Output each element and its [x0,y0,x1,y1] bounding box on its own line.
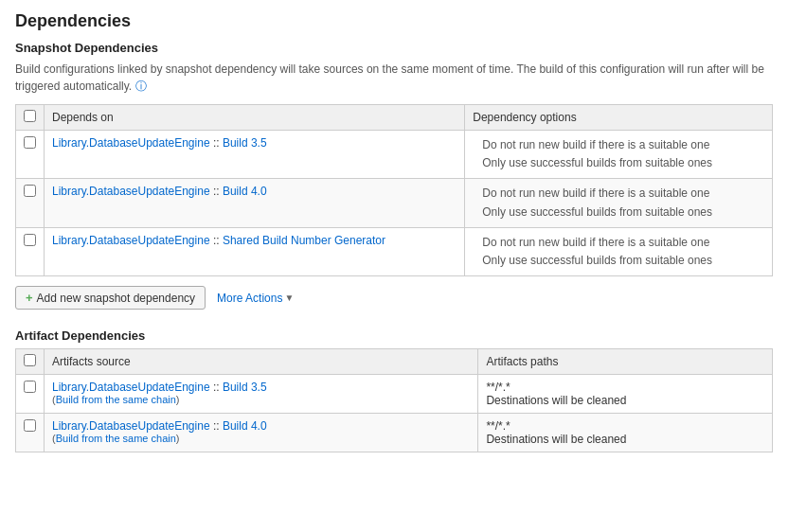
snapshot-table: Depends on Dependency options Library.Da… [15,104,773,276]
snapshot-table-row: Library.DatabaseUpdateEngine :: Shared B… [16,227,773,275]
artifact-section-title: Artifact Dependencies [15,328,773,343]
artifact-table: Artifacts source Artifacts paths Library… [15,348,773,452]
artifact-row-checkbox[interactable] [24,381,36,393]
snapshot-row-depends-on: Library.DatabaseUpdateEngine :: Shared B… [45,227,465,275]
snapshot-dep-base-link[interactable]: Library.DatabaseUpdateEngine [52,136,210,150]
artifact-row-paths: **/*.* Destinations will be cleaned [478,414,773,452]
snapshot-col-options: Dependency options [465,105,773,131]
snapshot-dep-sub-link[interactable]: Build 4.0 [223,185,267,198]
artifact-row-source: Library.DatabaseUpdateEngine :: Build 3.… [45,375,478,414]
artifact-source-main: Library.DatabaseUpdateEngine :: Build 4.… [52,419,470,433]
more-actions-link[interactable]: More Actions ▼ [217,292,294,305]
snapshot-col-checkbox [16,105,45,131]
snapshot-dep-separator: :: [213,136,223,150]
artifact-dep-sub-link[interactable]: Build 4.0 [223,419,267,433]
snapshot-dep-base-link[interactable]: Library.DatabaseUpdateEngine [52,185,210,198]
artifact-col-paths: Artifacts paths [478,349,773,375]
artifact-paths-note: Destinations will be cleaned [486,433,764,446]
snapshot-row-options: Do not run new build if there is a suita… [465,131,773,179]
add-snapshot-label: Add new snapshot dependency [37,292,195,305]
plus-icon: + [26,291,33,305]
snapshot-row-options: Do not run new build if there is a suita… [465,227,773,275]
artifact-paths-value: **/*.* [486,381,764,394]
artifact-dep-sub-link[interactable]: Build 3.5 [223,381,267,394]
artifact-row-paths: **/*.* Destinations will be cleaned [478,375,773,414]
snapshot-dep-sub-link[interactable]: Build 3.5 [223,136,267,150]
snapshot-description: Build configurations linked by snapshot … [15,61,773,95]
artifact-table-row: Library.DatabaseUpdateEngine :: Build 4.… [16,414,773,452]
add-snapshot-button[interactable]: + Add new snapshot dependency [15,286,206,310]
snapshot-dep-separator: :: [213,185,223,198]
snapshot-dep-options: Do not run new build if there is a suita… [473,185,764,221]
artifact-dep-separator: :: [213,419,223,433]
snapshot-row-checkbox[interactable] [24,234,36,246]
artifact-dep-base-link[interactable]: Library.DatabaseUpdateEngine [52,381,210,394]
snapshot-actions-bar: + Add new snapshot dependency More Actio… [15,286,773,310]
artifact-row-checkbox-cell [16,414,45,452]
snapshot-table-row: Library.DatabaseUpdateEngine :: Build 3.… [16,131,773,179]
artifact-chain-link[interactable]: Build from the same chain [56,394,176,405]
snapshot-select-all-checkbox[interactable] [24,110,36,122]
artifact-dep-base-link[interactable]: Library.DatabaseUpdateEngine [52,419,210,433]
artifact-paths-value: **/*.* [486,419,764,433]
snapshot-row-depends-on: Library.DatabaseUpdateEngine :: Build 4.… [45,179,465,227]
artifact-col-source: Artifacts source [45,349,478,375]
artifact-source-main: Library.DatabaseUpdateEngine :: Build 3.… [52,381,470,394]
snapshot-row-depends-on: Library.DatabaseUpdateEngine :: Build 3.… [45,131,465,179]
artifact-table-row: Library.DatabaseUpdateEngine :: Build 3.… [16,375,773,414]
snapshot-row-checkbox[interactable] [24,185,36,197]
snapshot-row-checkbox-cell [16,227,45,275]
snapshot-dep-option2: Only use successful builds from suitable… [473,204,764,222]
artifact-dep-separator: :: [213,381,223,394]
artifact-row-checkbox-cell [16,375,45,414]
snapshot-dep-option1: Do not run new build if there is a suita… [473,234,764,252]
snapshot-row-checkbox-cell [16,131,45,179]
snapshot-dep-base-link[interactable]: Library.DatabaseUpdateEngine [52,234,210,247]
snapshot-dep-option2: Only use successful builds from suitable… [473,154,764,172]
artifact-row-checkbox[interactable] [24,419,36,432]
snapshot-dep-option1: Do not run new build if there is a suita… [473,136,764,154]
snapshot-table-row: Library.DatabaseUpdateEngine :: Build 4.… [16,179,773,227]
snapshot-row-options: Do not run new build if there is a suita… [465,179,773,227]
snapshot-section-title: Snapshot Dependencies [15,41,773,55]
snapshot-dep-options: Do not run new build if there is a suita… [473,234,764,270]
snapshot-row-checkbox[interactable] [24,136,36,149]
artifact-paths-note: Destinations will be cleaned [486,394,764,407]
artifact-select-all-checkbox[interactable] [24,354,36,366]
snapshot-row-checkbox-cell [16,179,45,227]
artifact-source-sub: (Build from the same chain) [52,433,470,444]
artifact-source-sub: (Build from the same chain) [52,394,470,405]
chevron-down-icon: ▼ [284,293,294,303]
artifact-col-checkbox [16,349,45,375]
snapshot-dep-options: Do not run new build if there is a suita… [473,136,764,172]
snapshot-dep-sub-link[interactable]: Shared Build Number Generator [223,234,385,247]
artifact-row-source: Library.DatabaseUpdateEngine :: Build 4.… [45,414,478,452]
snapshot-dep-option1: Do not run new build if there is a suita… [473,185,764,203]
page-title: Dependencies [15,11,773,31]
snapshot-section: Snapshot Dependencies Build configuratio… [15,41,773,310]
help-link[interactable]: ⓘ [135,80,147,93]
artifact-section: Artifact Dependencies Artifacts source A… [15,328,773,452]
snapshot-col-depends-on: Depends on [45,105,465,131]
snapshot-dep-option2: Only use successful builds from suitable… [473,252,764,270]
artifact-chain-link[interactable]: Build from the same chain [56,433,176,444]
snapshot-dep-separator: :: [213,234,223,247]
more-actions-label: More Actions [217,292,282,305]
